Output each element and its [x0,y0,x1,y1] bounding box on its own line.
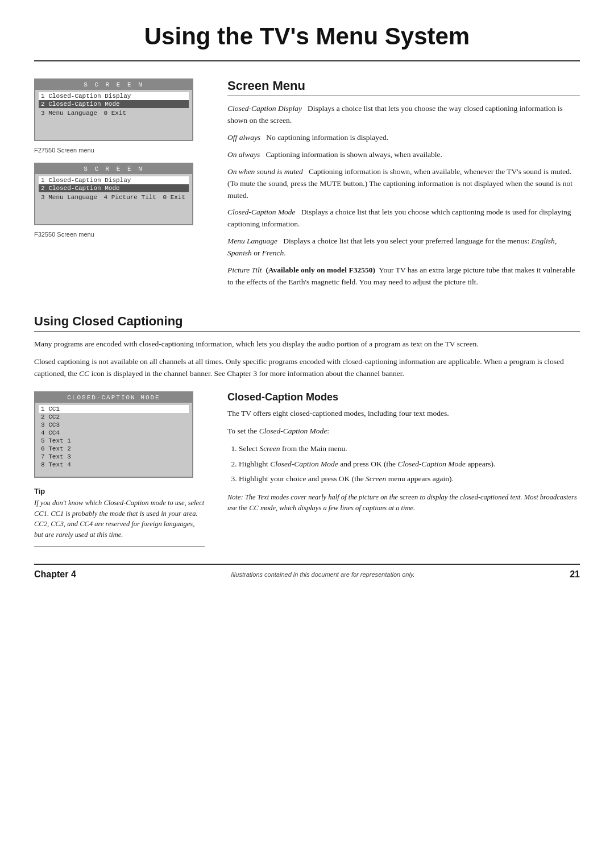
screen-menu-heading: Screen Menu [227,78,580,96]
cc-step-2: Highlight Closed-Caption Mode and press … [239,458,580,470]
page-footer: Chapter 4 Illustrations contained in thi… [34,564,580,580]
screen1-item-2: 2 Closed-Caption Mode [39,100,189,108]
page-title-container: Using the TV's Menu System [34,23,580,61]
def-off-always: Off always No captioning information is … [227,132,580,144]
cc-item-6: 6 Text 2 [39,445,189,453]
cc-note: Note: The Text modes cover nearly half o… [227,492,580,514]
footer-note: Illustrations contained in this document… [231,571,414,578]
def-term-2: Off always [227,133,260,142]
ucc-section: Using Closed Captioning Many programs ar… [34,314,580,380]
tip-section: Tip If you don't know which Closed-Capti… [34,487,205,547]
def-on-muted: On when sound is muted Captioning inform… [227,166,580,202]
cc-set-mode-label: To set the Closed-Caption Mode: [227,425,580,437]
left-col-screens: S C R E E N 1 Closed-Caption Display 2 C… [34,78,205,294]
def-term-3: On always [227,150,260,159]
def-term-1: Closed-Caption Display [227,104,302,113]
screen2-item-2: 2 Closed-Caption Mode [39,184,189,192]
page-title: Using the TV's Menu System [34,23,580,50]
ucc-heading: Using Closed Captioning [34,314,580,332]
ucc-intro1: Many programs are encoded with closed-ca… [34,338,580,350]
cc-item-2: 2 CC2 [39,413,189,421]
right-col-screen-menu: Screen Menu Closed-Caption Display Displ… [227,78,580,294]
def-menu-language: Menu Language Displays a choice list tha… [227,235,580,259]
screen1-item-3: 3 Menu Language [39,109,99,117]
ucc-intro2: Closed captioning is not available on al… [34,356,580,380]
screen2-menu: 1 Closed-Caption Display 2 Closed-Captio… [35,174,192,224]
cc-item-7: 7 Text 3 [39,453,189,461]
screen2-item-3: 3 Menu Language [39,193,99,201]
cc-item-3: 3 CC3 [39,421,189,429]
cc-mode-header: CLOSED-CAPTION MODE [35,392,192,403]
def-term-5: Closed-Caption Mode [227,208,296,216]
screen1-header: S C R E E N [35,80,192,90]
screen2-box: S C R E E N 1 Closed-Caption Display 2 C… [34,163,193,225]
def-term-6: Menu Language [227,237,277,245]
def-on-always: On always Captioning information is show… [227,149,580,161]
screen2-item-1: 1 Closed-Caption Display [39,176,189,184]
cc-mode-box: CLOSED-CAPTION MODE 1 CC1 2 CC2 3 CC3 4 … [34,391,193,478]
tip-body: If you don't know which Closed-Caption m… [34,498,205,547]
bottom-right-col: Closed-Caption Modes The TV offers eight… [227,391,580,547]
def-picture-tilt: Picture Tilt (Available only on model F3… [227,264,580,288]
cc-item-8: 8 Text 4 [39,461,189,469]
def-term-4: On when sound is muted [227,167,303,176]
screen2-item-5: 0 Exit [160,193,188,201]
cc-steps-list: Select Screen from the Main menu. Highli… [239,443,580,486]
screen2-header: S C R E E N [35,164,192,174]
cc-mode-menu: 1 CC1 2 CC2 3 CC3 4 CC4 5 Text 1 6 Text … [35,403,192,477]
cc-item-4: 4 CC4 [39,429,189,437]
screen1-item-4: 0 Exit [102,109,129,117]
cc-modes-intro: The TV offers eight closed-captioned mod… [227,408,580,420]
bottom-section: CLOSED-CAPTION MODE 1 CC1 2 CC2 3 CC3 4 … [34,391,580,547]
bottom-left-col: CLOSED-CAPTION MODE 1 CC1 2 CC2 3 CC3 4 … [34,391,205,547]
def-term-7: Picture Tilt [227,266,262,274]
screen1-caption: F27550 Screen menu [34,147,205,154]
tip-heading: Tip [34,487,205,495]
def-cc-mode: Closed-Caption Mode Displays a choice li… [227,206,580,230]
screen2-caption: F32550 Screen menu [34,231,205,238]
def-closed-caption-display: Closed-Caption Display Displays a choice… [227,103,580,127]
footer-chapter: Chapter 4 [34,569,76,580]
cc-item-5: 5 Text 1 [39,437,189,445]
top-section: S C R E E N 1 Closed-Caption Display 2 C… [34,78,580,294]
cc-item-1: 1 CC1 [39,405,189,413]
screen2-item-4: 4 Picture Tilt [102,193,159,201]
screen1-menu: 1 Closed-Caption Display 2 Closed-Captio… [35,90,192,140]
screen1-box: S C R E E N 1 Closed-Caption Display 2 C… [34,78,193,141]
footer-page-number: 21 [570,569,580,580]
cc-modes-heading: Closed-Caption Modes [227,391,580,403]
cc-step-3: Highlight your choice and press OK (the … [239,473,580,485]
screen1-item-1: 1 Closed-Caption Display [39,92,189,100]
cc-step-1: Select Screen from the Main menu. [239,443,580,455]
